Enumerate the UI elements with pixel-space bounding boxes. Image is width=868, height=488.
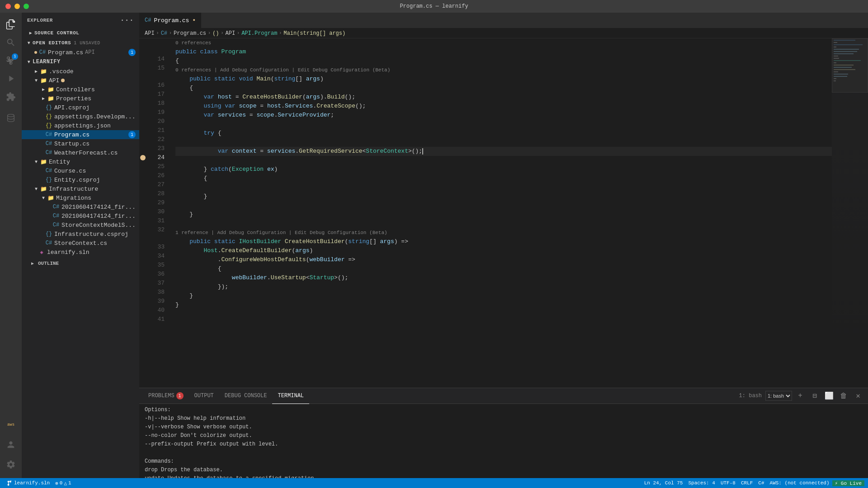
breadcrumb-api2[interactable]: API — [226, 30, 236, 37]
explorer-activity-icon[interactable] — [3, 16, 19, 33]
hint-1-reference: 1 reference | Add Debug Configuration | … — [175, 228, 832, 237]
code-line-39: } — [175, 291, 832, 300]
terminal-tab[interactable]: TERMINAL — [272, 388, 309, 404]
code-editor[interactable]: 14 15 16 17 18 19 20 21 22 23 24 — [139, 38, 832, 388]
entity-csproj-file[interactable]: {} Entity.csproj — [22, 175, 139, 184]
extensions-activity-icon[interactable] — [3, 89, 19, 105]
api-dot-badge — [61, 79, 65, 82]
aws-activity-icon[interactable]: aws — [3, 417, 19, 433]
infrastructure-csproj-file[interactable]: {} Infrastructure.csproj — [22, 230, 139, 239]
line-num-pre — [139, 38, 168, 47]
properties-folder-icon: 📁 — [47, 95, 54, 102]
go-live-status[interactable]: ⚡ Go Live — [832, 480, 864, 486]
api-csproj-file[interactable]: {} API.csproj — [22, 103, 139, 112]
errors-status[interactable]: ⊗ 0 △ 1 — [52, 478, 74, 488]
split-terminal-button[interactable]: ⊟ — [808, 389, 821, 402]
aws-status[interactable]: AWS: (not connected) — [767, 480, 832, 486]
close-panel-button[interactable]: ✕ — [852, 389, 864, 402]
code-line-31: } — [175, 210, 832, 219]
settings-activity-icon[interactable] — [3, 456, 19, 473]
terminal-line-3: -v|--verbose Show verbose output. — [145, 423, 863, 432]
terminal-line-2: -h|--help Show help information — [145, 414, 863, 423]
maximize-panel-button[interactable]: ⬜ — [823, 389, 835, 402]
search-activity-icon[interactable] — [3, 34, 19, 51]
store-context-file[interactable]: C# StoreContext.cs — [22, 239, 139, 248]
eol-status[interactable]: CRLF — [738, 480, 755, 486]
breadcrumb-parens[interactable]: () — [212, 30, 219, 37]
breadcrumb-api-program[interactable]: API.Program — [241, 30, 277, 37]
code-line-28 — [175, 183, 832, 192]
outline-header[interactable]: ▶ OUTLINE — [22, 258, 139, 268]
trash-terminal-button[interactable]: 🗑 — [837, 389, 850, 402]
code-line-34: Host.CreateDefaultBuilder(args) — [175, 246, 832, 255]
database-activity-icon[interactable] — [3, 110, 19, 127]
controllers-folder[interactable]: ▶ 📁 Controllers — [22, 85, 139, 94]
problems-tab[interactable]: PROBLEMS 1 — [143, 388, 189, 404]
code-line-15: { — [175, 56, 832, 66]
window-controls[interactable] — [5, 4, 29, 9]
vscode-folder[interactable]: ▶ 📁 .vscode — [22, 67, 139, 76]
maximize-button[interactable] — [24, 4, 29, 9]
entity-csproj-label: Entity.csproj — [54, 177, 100, 183]
encoding-status[interactable]: UTF-8 — [718, 480, 738, 486]
breadcrumb-api[interactable]: API — [145, 30, 155, 37]
breadcrumb: API › C# › Program.cs › () › API › API.P… — [139, 28, 868, 38]
terminal-content[interactable]: Options: -h|--help Show help information… — [139, 404, 868, 478]
panel-toolbar: 1: bash 1: bash + ⊟ ⬜ 🗑 ✕ — [739, 389, 864, 402]
output-label: OUTPUT — [194, 393, 214, 399]
migrations-chevron: ▼ — [40, 194, 47, 202]
properties-folder[interactable]: ▶ 📁 Properties — [22, 94, 139, 103]
breadcrumb-main[interactable]: Main(string[] args) — [283, 30, 345, 37]
appsettings-dev-file[interactable]: {} appsettings.Developm... — [22, 112, 139, 121]
api-folder[interactable]: ▼ 📁 API — [22, 76, 139, 85]
weather-cs-file[interactable]: C# WeatherForecast.cs — [22, 148, 139, 157]
migration-file-1[interactable]: C# 20210604174124_fir... — [22, 202, 139, 211]
terminal-label: TERMINAL — [278, 393, 304, 399]
appsettings-json-file[interactable]: {} appsettings.json — [22, 121, 139, 130]
appsettings-dev-icon: {} — [45, 113, 52, 120]
infrastructure-folder[interactable]: ▼ 📁 Infrastructure — [22, 184, 139, 193]
migrations-folder[interactable]: ▼ 📁 Migrations — [22, 193, 139, 202]
sidebar-more-icon[interactable]: ··· — [120, 16, 134, 24]
appsettings-json-label: appsettings.json — [54, 122, 111, 129]
source-control-header[interactable]: ▶ SourcE CONTROL — [22, 28, 139, 38]
window-title: Program.cs — learnify — [400, 3, 468, 9]
shell-select[interactable]: 1: bash — [765, 391, 792, 401]
learnify-header[interactable]: ▼ LEARNIFY — [22, 57, 139, 67]
close-button[interactable] — [5, 4, 11, 9]
panel-tabs: PROBLEMS 1 OUTPUT DEBUG CONSOLE TERMINAL… — [139, 388, 868, 404]
debug-console-tab[interactable]: DEBUG CONSOLE — [219, 388, 273, 404]
language-status[interactable]: C# — [755, 480, 767, 486]
entity-folder[interactable]: ▼ 📁 Entity — [22, 157, 139, 166]
folder-icon: 📁 — [40, 68, 47, 75]
minimize-button[interactable] — [14, 4, 20, 9]
breadcrumb-csharp[interactable]: C# — [161, 30, 167, 37]
open-editor-program-cs[interactable]: C# Program.cs API 1 — [22, 48, 139, 57]
learnify-chevron: ▼ — [25, 58, 33, 66]
open-editor-filename: Program.cs — [48, 49, 83, 56]
learnify-sln-file[interactable]: ◈ learnify.sln — [22, 248, 139, 257]
program-cs-tab[interactable]: C# Program.cs ● — [139, 13, 201, 28]
add-terminal-button[interactable]: + — [794, 389, 807, 402]
infrastructure-label: Infrastructure — [49, 186, 98, 192]
source-control-activity-icon[interactable] — [3, 52, 19, 69]
program-cs-file[interactable]: C# Program.cs 1 — [22, 130, 139, 139]
output-tab[interactable]: OUTPUT — [189, 388, 219, 404]
code-line-16: public static void Main(string[] args) — [175, 75, 832, 84]
run-activity-icon[interactable] — [3, 70, 19, 87]
outline-section: ▶ OUTLINE — [22, 257, 139, 270]
code-content[interactable]: 0 references public class Program { 0 re… — [168, 38, 832, 388]
breadcrumb-program-cs[interactable]: Program.cs — [174, 30, 206, 37]
spaces-status[interactable]: Spaces: 4 — [685, 480, 717, 486]
open-editors-header[interactable]: ▼ OPEN EDITORS 1 UNSAVED — [22, 38, 139, 48]
code-line-26: } catch(Exception ex) — [175, 165, 832, 174]
migration-file-2[interactable]: C# 20210604174124_fir... — [22, 211, 139, 221]
branch-status[interactable]: learnify.sln — [4, 478, 52, 488]
account-activity-icon[interactable] — [3, 436, 19, 453]
store-context-model-file[interactable]: C# StoreContextModelS... — [22, 221, 139, 230]
branch-name: learnify.sln — [14, 480, 50, 486]
course-cs-file[interactable]: C# Course.cs — [22, 166, 139, 175]
line-col-status[interactable]: Ln 24, Col 75 — [642, 480, 686, 486]
migration1-label: 20210604174124_fir... — [61, 204, 136, 211]
startup-cs-file[interactable]: C# Startup.cs — [22, 139, 139, 148]
